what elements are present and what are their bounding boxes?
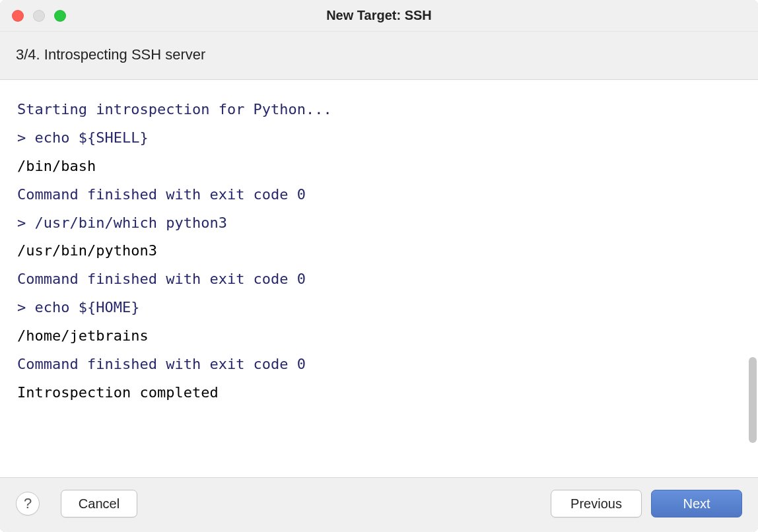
window-title: New Target: SSH	[326, 8, 432, 23]
console-line: Command finished with exit code 0	[17, 350, 741, 379]
scrollbar-thumb[interactable]	[749, 357, 757, 443]
step-header: 3/4. Introspecting SSH server	[0, 32, 758, 80]
cancel-label: Cancel	[79, 496, 120, 512]
console-line: /bin/bash	[17, 152, 741, 181]
dialog-window: New Target: SSH 3/4. Introspecting SSH s…	[0, 0, 758, 532]
close-icon[interactable]	[12, 10, 24, 22]
dialog-footer: ? Cancel Previous Next	[0, 477, 758, 532]
minimize-icon[interactable]	[33, 10, 45, 22]
previous-button[interactable]: Previous	[551, 490, 642, 517]
console-line: Command finished with exit code 0	[17, 265, 741, 294]
console-output[interactable]: Starting introspection for Python... > e…	[0, 80, 758, 477]
traffic-lights	[12, 10, 66, 22]
maximize-icon[interactable]	[54, 10, 66, 22]
console-line: /usr/bin/python3	[17, 237, 741, 265]
help-button[interactable]: ?	[16, 492, 40, 515]
step-label: 3/4. Introspecting SSH server	[16, 46, 742, 63]
console-line: Starting introspection for Python...	[17, 96, 741, 124]
console-line: Introspection completed	[17, 379, 741, 407]
console-line: /home/jetbrains	[17, 322, 741, 350]
titlebar: New Target: SSH	[0, 0, 758, 32]
cancel-button[interactable]: Cancel	[61, 490, 137, 517]
console-line: > echo ${HOME}	[17, 294, 741, 322]
console-line: > /usr/bin/which python3	[17, 209, 741, 238]
previous-label: Previous	[570, 496, 622, 512]
next-button[interactable]: Next	[651, 490, 742, 517]
console-line: > echo ${SHELL}	[17, 124, 741, 152]
next-label: Next	[683, 496, 710, 512]
help-icon: ?	[24, 495, 32, 512]
console-line: Command finished with exit code 0	[17, 181, 741, 209]
